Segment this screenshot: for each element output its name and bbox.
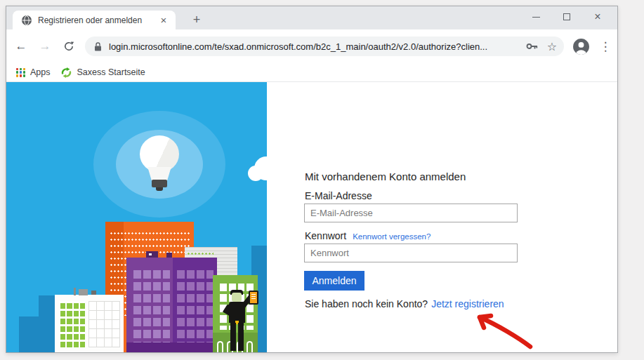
arch xyxy=(247,341,253,352)
person-figure xyxy=(229,302,245,323)
bookmark-saxess[interactable]: Saxess Startseite xyxy=(60,67,145,79)
reload-icon xyxy=(63,41,74,52)
url-text[interactable]: login.microsoftonline.com/te/sxad.onmicr… xyxy=(109,41,518,52)
minimize-icon xyxy=(532,17,540,18)
lightbulb-nub xyxy=(156,187,163,191)
register-link[interactable]: Jetzt registrieren xyxy=(431,298,504,309)
arch xyxy=(217,341,223,352)
page-content: Mit vorhandenem Konto anmelden E-Mail-Ad… xyxy=(6,82,617,352)
roof-box xyxy=(91,291,96,295)
roof-box xyxy=(146,251,158,258)
bookmarks-bar: Apps Saxess Startseite xyxy=(6,63,617,82)
bookmark-apps[interactable]: Apps xyxy=(16,67,51,77)
hero-illustration xyxy=(6,82,267,352)
lock-icon xyxy=(93,41,103,52)
red-arrow-annotation xyxy=(468,310,535,351)
purple-building-base xyxy=(126,342,217,352)
apps-grid-icon xyxy=(16,68,25,77)
white-building xyxy=(55,295,124,352)
roof-box xyxy=(166,253,172,258)
email-field[interactable] xyxy=(304,204,518,222)
new-tab-button[interactable]: + xyxy=(188,11,206,29)
tablet-device xyxy=(249,291,258,305)
sync-arrows-icon xyxy=(60,67,72,79)
close-window-button[interactable]: × xyxy=(582,7,613,27)
address-bar[interactable]: login.microsoftonline.com/te/sxad.onmicr… xyxy=(85,36,564,56)
password-key-button[interactable] xyxy=(526,42,539,51)
tab-strip: Registrieren oder anmelden × + × xyxy=(6,6,617,29)
bookmark-saxess-label: Saxess Startseite xyxy=(77,67,145,77)
person-leg xyxy=(238,323,244,351)
lightbulb-socket xyxy=(152,180,167,187)
login-form: Mit vorhandenem Konto anmelden E-Mail-Ad… xyxy=(267,82,617,352)
maximize-icon xyxy=(563,13,570,20)
cloud-shape xyxy=(248,166,263,181)
globe-icon xyxy=(21,15,32,26)
tab-close-icon[interactable]: × xyxy=(157,14,170,27)
close-icon: × xyxy=(594,11,600,22)
password-label: Kennwort xyxy=(305,230,346,241)
browser-window: Registrieren oder anmelden × + × ← → log… xyxy=(6,6,618,353)
person-leg xyxy=(230,323,236,351)
roof-box xyxy=(79,289,88,295)
password-field[interactable] xyxy=(304,244,518,262)
avatar-icon xyxy=(572,38,590,55)
person-head xyxy=(232,293,242,302)
window-controls: × xyxy=(520,6,613,27)
sign-in-button[interactable]: Anmelden xyxy=(304,271,364,291)
roof-box-light xyxy=(149,253,152,255)
profile-avatar-button[interactable] xyxy=(572,38,590,55)
browser-toolbar: ← → login.microsoftonline.com/te/sxad.on… xyxy=(6,29,617,63)
no-account-text: Sie haben noch kein Konto? xyxy=(305,298,428,309)
signup-row: Sie haben noch kein Konto?Jetzt registri… xyxy=(305,298,504,309)
key-icon xyxy=(526,42,539,51)
form-heading: Mit vorhandenem Konto anmelden xyxy=(305,171,466,182)
reload-button[interactable] xyxy=(60,37,78,55)
email-label: E-Mail-Adresse xyxy=(305,190,372,201)
forgot-password-link[interactable]: Kennwort vergessen? xyxy=(353,232,431,241)
back-button[interactable]: ← xyxy=(12,37,30,55)
tab-title: Registrieren oder anmelden xyxy=(38,15,157,25)
minimize-button[interactable] xyxy=(520,7,551,27)
white-building-green-windows xyxy=(59,301,85,347)
tablet-screen-lines xyxy=(251,294,256,300)
browser-tab[interactable]: Registrieren oder anmelden × xyxy=(13,11,176,29)
bookmark-apps-label: Apps xyxy=(30,67,51,77)
purple-building xyxy=(126,258,217,352)
roof-antenna xyxy=(74,288,76,295)
purple-building-windows-right xyxy=(175,267,213,342)
forward-button: → xyxy=(36,37,54,55)
browser-menu-button[interactable]: ⋮ xyxy=(597,39,614,54)
password-label-row: Kennwort Kennwort vergessen? xyxy=(305,230,431,241)
bookmark-star-icon[interactable]: ☆ xyxy=(547,40,557,53)
maximize-button[interactable] xyxy=(551,7,582,27)
purple-building-windows-left xyxy=(131,267,170,342)
white-building-windows xyxy=(88,301,120,347)
